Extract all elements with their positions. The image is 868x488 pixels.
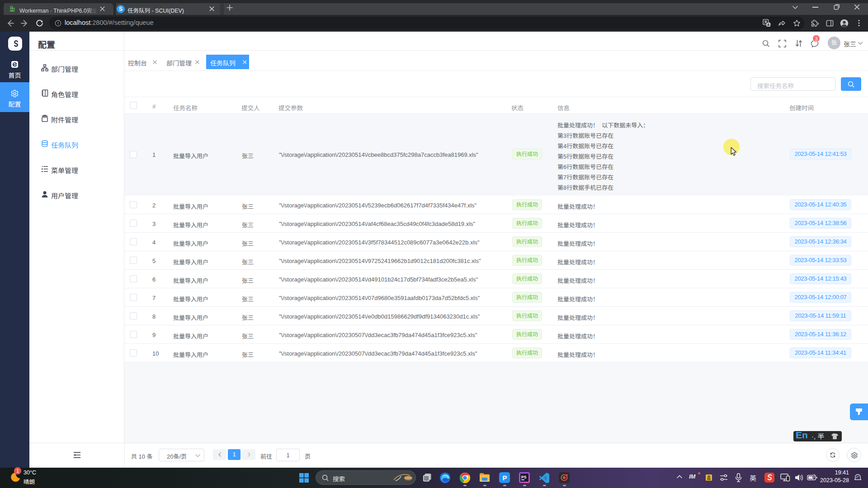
svg-text:P: P: [503, 474, 507, 482]
svg-text:z: z: [858, 475, 859, 478]
svg-text:PS: PS: [521, 475, 527, 479]
